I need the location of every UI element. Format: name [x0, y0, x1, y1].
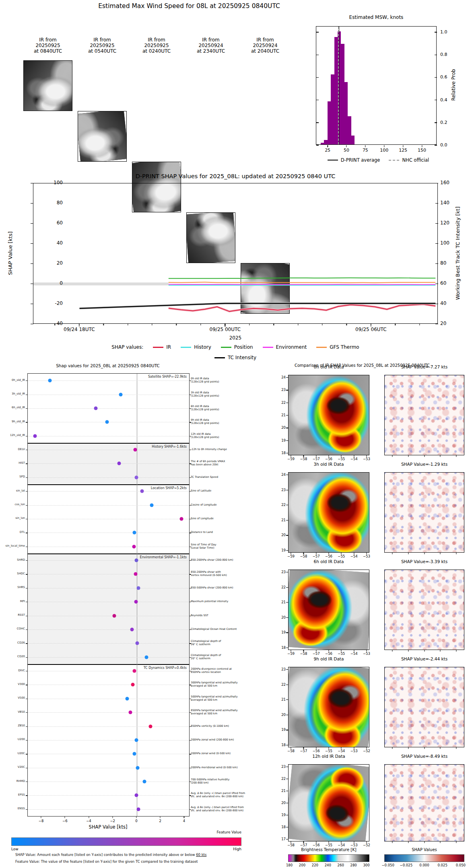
comp-xtick-label: −53: [363, 652, 370, 656]
tick: [456, 553, 457, 554]
shap-panel-title: SHAP Value=-7.27 kts: [384, 364, 464, 369]
tick: [31, 263, 33, 264]
tick: [408, 650, 408, 652]
row-gridline: [28, 712, 189, 713]
comp-ytick-label: 20: [275, 533, 286, 537]
tick: [286, 602, 288, 603]
comp-xtick-label: −57: [313, 457, 320, 461]
tick: [286, 779, 288, 779]
shap-dot: [134, 600, 138, 604]
row-gridline: [28, 519, 189, 519]
comp-ytick-label: 19: [275, 438, 286, 442]
tick: [395, 324, 396, 325]
shap-dot: [105, 420, 109, 424]
comp-ytick-label: 18: [275, 451, 286, 455]
comp-xtick-label: −57: [300, 749, 307, 753]
comp-xtick-label: −52: [363, 843, 370, 847]
shap-panel-title: SHAP Value=-3.39 kts: [384, 559, 464, 564]
tick: [424, 553, 425, 554]
bt-colorbar-ticks: 180200220240260280300: [288, 863, 369, 868]
tick: [55, 324, 55, 325]
tick: [286, 648, 288, 648]
tick: [298, 324, 298, 325]
shap-panel-title: SHAP Value=-2.44 kts: [384, 656, 464, 661]
tick: [440, 455, 441, 457]
comp-xtick-label: −57: [313, 652, 320, 656]
comp-ytick-label: 23: [275, 488, 286, 492]
tick: [31, 223, 33, 224]
comp-ytick-label: 19: [275, 548, 286, 552]
shap-dot: [140, 490, 144, 493]
ts-ytick-right: 120: [440, 220, 449, 226]
comp-xtick-label: −56: [313, 749, 320, 753]
tick: [435, 223, 438, 224]
shap-cb-tick-label: −0.050: [381, 863, 394, 867]
comp-ytick-label: 24: [275, 375, 286, 379]
shap-dot: [134, 572, 138, 576]
row-gridline: [28, 436, 189, 436]
row-gridline: [28, 657, 189, 658]
tick: [286, 839, 288, 839]
comp-ytick-label: 20: [275, 801, 286, 805]
shap-map-panel: [384, 570, 464, 650]
comp-ytick-label: 20: [275, 615, 286, 619]
tick: [435, 183, 438, 183]
ir-data-panel: [288, 570, 369, 650]
ts-ytick-left: 20: [39, 260, 63, 266]
comp-xtick-label: −52: [363, 749, 370, 753]
tick: [31, 324, 33, 324]
ts-xtick-label: 09/25 06UTC: [355, 327, 386, 332]
ts-ytick-right: 140: [440, 200, 449, 206]
tick: [371, 324, 371, 327]
tick: [286, 815, 288, 815]
row-gridline: [28, 588, 189, 588]
ir-color-art: [289, 375, 369, 455]
row-gridline: [28, 754, 189, 754]
shap-dot: [134, 475, 138, 479]
comp-ytick-label: 22: [275, 401, 286, 405]
tick: [286, 685, 288, 685]
tick: [286, 587, 288, 588]
bt-cb-tick-label: 280: [350, 863, 357, 867]
row-gridline: [28, 560, 189, 561]
bt-cb-tick-label: 200: [299, 863, 305, 867]
comp-xtick-label: −57: [300, 843, 307, 847]
tick: [249, 324, 249, 325]
shap-colorbar-title: SHAP Values: [384, 847, 464, 852]
tick: [286, 535, 288, 535]
shap-dot: [128, 711, 132, 714]
tick: [31, 203, 33, 204]
tick: [456, 455, 457, 457]
shap-speckle-art: [385, 765, 464, 841]
shap-dot: [180, 517, 183, 520]
comp-ytick-label: 19: [275, 813, 286, 817]
ts-ytick-left: 60: [39, 220, 63, 226]
ts-ytick-left: 100: [39, 180, 63, 185]
tick: [128, 324, 128, 325]
ir-panel-title: 0h old IR Data: [288, 364, 369, 369]
tick: [408, 747, 408, 749]
page: { "top": { "title": "Estimated Max Wind …: [0, 0, 470, 868]
shap-dot: [136, 766, 140, 769]
tick: [225, 324, 225, 327]
tick: [286, 428, 288, 428]
ir-color-art: [288, 570, 369, 650]
row-gridline: [28, 574, 189, 574]
row-gridline: [28, 477, 189, 478]
ts-ytick-right: 60: [440, 280, 446, 286]
comp-ytick-label: 18: [275, 825, 286, 829]
tick: [286, 490, 288, 490]
comp-ytick-label: 22: [275, 503, 286, 507]
row-gridline: [28, 740, 189, 740]
tick: [286, 803, 288, 803]
shap-map-panel: [384, 764, 464, 841]
tick: [286, 827, 288, 827]
shap-dot: [112, 614, 116, 617]
tick: [435, 243, 438, 244]
tick: [200, 324, 201, 325]
tick: [286, 572, 288, 572]
shap-dot: [149, 724, 153, 728]
row-gridline: [28, 643, 189, 644]
tick: [408, 841, 408, 843]
tick: [286, 415, 288, 415]
